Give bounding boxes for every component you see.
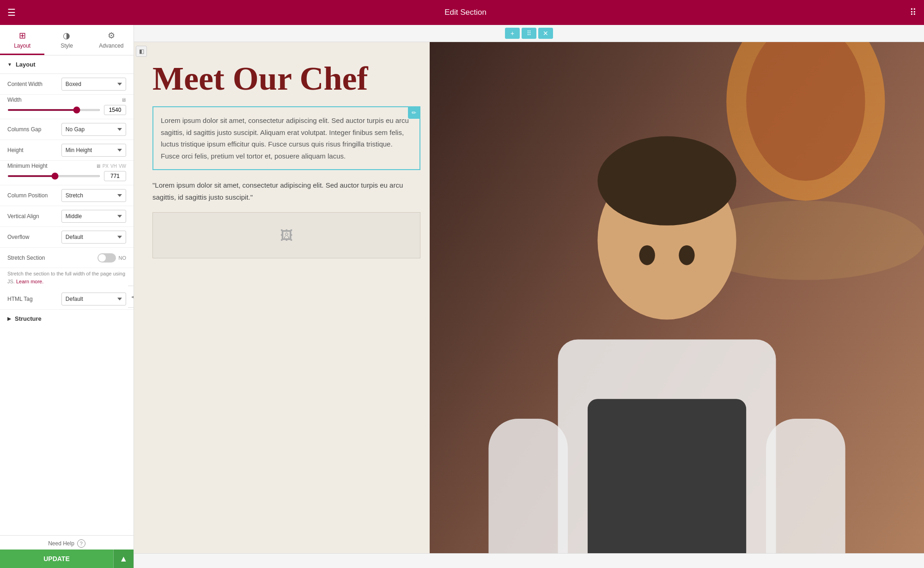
content-column: Meet Our Chef ✏ Lorem ipsum dolor sit am… [134, 42, 430, 553]
toggle-knob [98, 254, 106, 262]
height-control[interactable]: Default Min Height Fit To Screen [61, 144, 126, 157]
quote-text-content: "Lorem ipsum dolor sit amet, consectetur… [152, 179, 420, 203]
edit-text-button[interactable]: ✏ [408, 107, 420, 119]
advanced-icon: ⚙ [108, 31, 115, 41]
section-toggle-handle[interactable]: ◧ [136, 46, 147, 57]
columns-gap-label: Columns Gap [7, 126, 61, 133]
columns-gap-control[interactable]: No Gap Narrow Default Extended [61, 123, 126, 136]
min-height-slider[interactable] [7, 175, 100, 177]
monitor-icon-2: 🖥 [96, 163, 101, 169]
width-label: Width [7, 97, 119, 103]
canvas-toolbar: + ⠿ ✕ [134, 25, 924, 42]
vertical-align-label: Vertical Align [7, 213, 61, 220]
collapse-sidebar-button[interactable]: ◀ [128, 286, 134, 308]
width-value-input[interactable] [104, 105, 126, 115]
stretch-section-row: Stretch Section NO [0, 248, 134, 268]
image-icon: 🖼 [280, 228, 293, 243]
canvas-area: + ⠿ ✕ ◧ Meet Our Chef ✏ Lorem ipsum dolo… [134, 25, 924, 568]
overflow-select[interactable]: Default Hidden [61, 231, 126, 244]
vertical-align-control[interactable]: Top Middle Bottom [61, 210, 126, 223]
html-tag-select[interactable]: Default header footer main article secti… [61, 293, 126, 305]
vh-label: VH [110, 164, 117, 169]
layout-icon: ⊞ [19, 31, 26, 41]
stretch-section-label: Stretch Section [7, 255, 97, 261]
chevron-right-icon: ▶ [7, 316, 11, 321]
tabs: ⊞ Layout ◑ Style ⚙ Advanced [0, 25, 134, 55]
width-row: Width 🖥 [0, 95, 134, 119]
columns-gap-select[interactable]: No Gap Narrow Default Extended [61, 123, 126, 136]
vertical-align-select[interactable]: Top Middle Bottom [61, 210, 126, 223]
svg-point-12 [639, 245, 655, 265]
toggle-off-label: NO [119, 255, 127, 261]
sidebar: ⊞ Layout ◑ Style ⚙ Advanced ▼ Layout Con… [0, 25, 134, 568]
html-tag-control[interactable]: Default header footer main article secti… [61, 293, 126, 305]
min-height-value-input[interactable] [104, 171, 126, 181]
column-position-control[interactable]: Top Middle Bottom Stretch [61, 189, 126, 202]
structure-label: Structure [15, 315, 42, 322]
min-height-slider-track [7, 171, 126, 181]
learn-more-link[interactable]: Learn more. [16, 279, 43, 284]
stretch-help-text: Stretch the section to the full width of… [0, 268, 134, 289]
height-select[interactable]: Default Min Height Fit To Screen [61, 144, 126, 157]
lorem-text-block[interactable]: ✏ Lorem ipsum dolor sit amet, consectetu… [152, 106, 420, 170]
canvas-section: ◧ Meet Our Chef ✏ Lorem ipsum dolor sit … [134, 42, 924, 553]
min-height-label: Minimum Height [7, 163, 94, 169]
canvas-bottom-bar [134, 553, 924, 568]
html-tag-label: HTML Tag [7, 296, 61, 302]
canvas-wrapper[interactable]: ◧ Meet Our Chef ✏ Lorem ipsum dolor sit … [134, 42, 924, 553]
tab-layout-label: Layout [14, 43, 30, 49]
overflow-row: Overflow Default Hidden [0, 227, 134, 248]
page-title: Edit Section [21, 8, 910, 17]
tab-style-label: Style [61, 43, 73, 49]
add-section-button[interactable]: + [505, 28, 520, 39]
layout-section-header[interactable]: ▼ Layout [0, 55, 134, 74]
image-placeholder[interactable]: 🖼 [152, 212, 420, 258]
layout-section-label: Layout [16, 61, 36, 68]
chef-photo-bg [430, 42, 924, 553]
need-help-row: Need Help ? [0, 536, 134, 550]
overflow-control[interactable]: Default Hidden [61, 231, 126, 244]
tab-layout[interactable]: ⊞ Layout [0, 25, 44, 55]
content-width-label: Content Width [7, 81, 61, 87]
grid-icon[interactable]: ⠿ [910, 7, 917, 18]
structure-section-header[interactable]: ▶ Structure [0, 310, 134, 328]
need-help-label: Need Help [48, 540, 74, 547]
sidebar-content: ▼ Layout Content Width Boxed Full Width … [0, 55, 134, 535]
svg-rect-9 [766, 419, 845, 553]
min-height-row: Minimum Height 🖥 PX VH VW [0, 161, 134, 185]
px-label: PX [103, 164, 109, 169]
vertical-align-row: Vertical Align Top Middle Bottom [0, 206, 134, 227]
menu-icon[interactable]: ☰ [7, 7, 16, 18]
tab-advanced[interactable]: ⚙ Advanced [89, 25, 134, 55]
overflow-label: Overflow [7, 234, 61, 240]
update-button[interactable]: UPDATE [0, 550, 113, 568]
columns-gap-row: Columns Gap No Gap Narrow Default Extend… [0, 119, 134, 140]
monitor-icon: 🖥 [121, 97, 126, 103]
svg-point-13 [679, 245, 694, 265]
content-width-row: Content Width Boxed Full Width [0, 74, 134, 95]
stretch-toggle[interactable] [97, 253, 116, 263]
svg-rect-8 [488, 419, 568, 553]
column-position-select[interactable]: Top Middle Bottom Stretch [61, 189, 126, 202]
tab-advanced-label: Advanced [99, 43, 123, 49]
vw-label: VW [119, 164, 126, 169]
move-section-button[interactable]: ⠿ [522, 28, 536, 39]
lorem-text-content: Lorem ipsum dolor sit amet, consectetur … [161, 115, 412, 162]
width-slider[interactable] [7, 109, 100, 111]
chef-illustration [430, 42, 924, 553]
update-btn-row: UPDATE ▲ [0, 550, 134, 568]
update-arrow-button[interactable]: ▲ [113, 550, 134, 568]
chevron-down-icon: ▼ [7, 62, 12, 67]
chef-title-heading: Meet Our Chef [152, 61, 420, 97]
close-section-button[interactable]: ✕ [538, 28, 553, 39]
content-width-control[interactable]: Boxed Full Width [61, 78, 126, 91]
top-bar: ☰ Edit Section ⠿ [0, 0, 924, 25]
column-position-label: Column Position [7, 192, 61, 199]
tab-style[interactable]: ◑ Style [44, 25, 89, 55]
width-slider-track [7, 105, 126, 115]
style-icon: ◑ [63, 31, 70, 41]
help-icon[interactable]: ? [77, 539, 85, 548]
sidebar-bottom-bar: Need Help ? UPDATE ▲ [0, 535, 134, 568]
height-label: Height [7, 147, 61, 153]
content-width-select[interactable]: Boxed Full Width [61, 78, 126, 91]
